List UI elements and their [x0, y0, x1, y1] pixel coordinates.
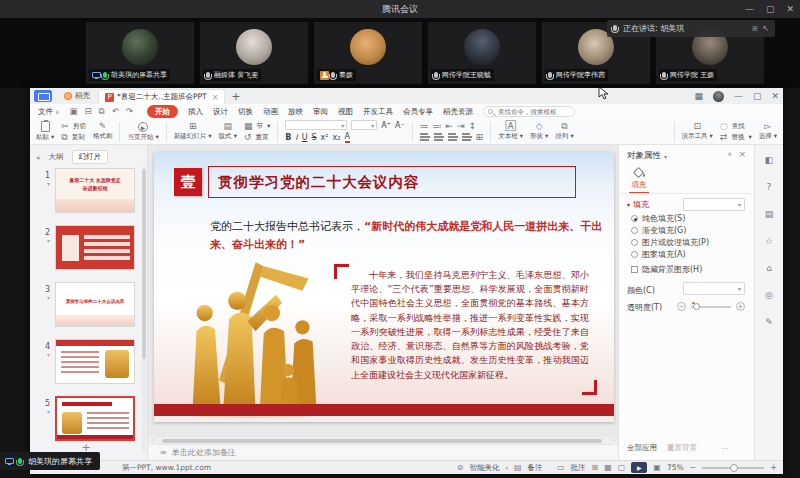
tab-member[interactable]: 会员专享 [403, 107, 433, 117]
decrease-font-icon[interactable]: A⁻ [395, 121, 405, 130]
font-color-button[interactable]: A [345, 132, 350, 143]
paste-button[interactable]: 粘贴 ▾ [36, 121, 54, 142]
arrange-button[interactable]: ⧉ 排列 ▾ [555, 122, 573, 141]
zoom-out-icon[interactable]: − [690, 463, 697, 472]
maximize-icon[interactable]: ▢ [766, 4, 775, 14]
save-icon[interactable]: ▣ [69, 106, 77, 117]
zoom-in-icon[interactable]: + [770, 463, 777, 472]
participant-tile[interactable]: 秦媛 [313, 21, 423, 85]
apply-all-button[interactable]: 全部应用 [627, 443, 657, 453]
tab-animation[interactable]: 动画 [263, 107, 278, 117]
bold-button[interactable]: B [285, 133, 291, 142]
present-tools-button[interactable]: ⊡ 演示工具 ▾ [682, 122, 713, 141]
subscript-button[interactable]: x₂ [333, 133, 341, 142]
reaction-icon[interactable]: ≋ [752, 24, 759, 33]
bullet-list-icon[interactable]: ≔ [420, 122, 429, 131]
zoom-slider[interactable] [702, 467, 764, 469]
fit-window-icon[interactable]: ▣ [653, 463, 661, 472]
home-pane-icon[interactable]: ⌂ [766, 263, 772, 273]
new-tab-button[interactable]: + [231, 90, 240, 103]
panel-scrollbar[interactable] [142, 167, 146, 453]
participant-tile[interactable]: 网传学院王晓毓 [427, 21, 537, 85]
redo-icon[interactable]: ↷ [126, 106, 133, 117]
option-pattern-fill[interactable]: 图案填充(A) [631, 249, 686, 260]
notes-bar[interactable]: ≡ 单击此处添加备注 [148, 444, 618, 460]
outline-pane-icon[interactable]: ▤ [765, 209, 774, 219]
text-direction-icon[interactable]: ⊞ [476, 133, 484, 142]
indent-icon[interactable]: ⇥ [457, 122, 465, 131]
slide-thumbnail-3[interactable]: 贯彻学习党的二十大会议内容 [55, 282, 135, 327]
transparency-plus[interactable]: + [736, 302, 745, 311]
underline-button[interactable]: U [302, 133, 308, 142]
play-from-page-button[interactable]: ▶ 当页开始 ▾ [127, 122, 158, 142]
tab-developer[interactable]: 开发工具 [363, 107, 393, 117]
account-avatar[interactable] [713, 91, 724, 102]
collapse-icon[interactable]: ↖ [762, 24, 769, 33]
align-center-icon[interactable] [434, 136, 444, 137]
outdent-icon[interactable]: ⇤ [446, 122, 454, 131]
view-reading-icon[interactable]: ▢ [618, 463, 626, 472]
align-right-icon[interactable] [448, 136, 458, 137]
font-family-select[interactable]: ▾ [285, 120, 347, 130]
font-size-select[interactable]: ▾ [351, 120, 377, 130]
tab-transition[interactable]: 切换 [238, 107, 253, 117]
properties-pane-icon[interactable]: ◧ [765, 155, 774, 165]
shapes-button[interactable]: ◇ 形状 ▾ [530, 122, 548, 141]
slide-canvas[interactable]: 壹 贯彻学习党的二十大会议内容 党的二十大报告中总书记表示，“新时代的伟大成就是… [154, 152, 614, 422]
beautify-button[interactable]: 智能美化 [470, 463, 500, 473]
participant-tile[interactable]: 融媒体 黄飞雯 [199, 21, 309, 85]
scrollbar-thumb[interactable] [162, 439, 602, 443]
close-panel-icon[interactable]: × [738, 149, 746, 159]
tab-document[interactable]: P *喜迎二十大..主题班会PPT × [98, 89, 225, 104]
more-options-icon[interactable]: ··· [721, 444, 728, 453]
slide-thumbnail-2[interactable] [55, 225, 135, 270]
find-button[interactable]: ◌查找 [720, 122, 752, 131]
replace-button[interactable]: ⇄替换 ▾ [720, 133, 752, 142]
textbox-button[interactable]: 🄰 文本框 ▾ [498, 122, 523, 141]
strikethrough-button[interactable]: S [312, 133, 317, 142]
align-left-icon[interactable] [420, 136, 430, 137]
export-icon[interactable]: ⧉ [99, 106, 105, 117]
layout-button[interactable]: ▤ 版式 ▾ [219, 122, 237, 141]
slide-thumbnail-1[interactable]: 喜迎二十大 永远跟党走奋进新征程 [55, 168, 135, 213]
select-button[interactable]: ▻ 选择 ▾ [759, 122, 777, 141]
tab-docer-res[interactable]: 稻壳资源 [443, 107, 473, 117]
line-spacing-icon[interactable]: ↕ [469, 122, 477, 131]
option-solid-fill[interactable]: 纯色填充(S) [631, 213, 685, 224]
tab-home[interactable]: 开始 [147, 105, 178, 118]
wps-close-icon[interactable]: ✕ [771, 91, 779, 101]
close-icon[interactable]: ✕ [786, 4, 794, 14]
zoom-handle[interactable] [730, 464, 738, 472]
number-list-icon[interactable]: ≕ [433, 122, 442, 131]
transparency-minus[interactable]: − [677, 302, 686, 311]
new-slide-button[interactable]: ⊞ 新建幻灯片 ▾ [174, 122, 212, 141]
participant-tile[interactable]: 胡美琪的屏幕共享 [85, 21, 195, 85]
fill-tab[interactable]: 填充 [629, 167, 649, 194]
slider-handle[interactable] [693, 303, 700, 310]
slide-thumbnail-5-selected[interactable] [55, 396, 135, 441]
tab-design[interactable]: 设计 [213, 107, 228, 117]
slide-thumbnail-4[interactable] [55, 339, 135, 384]
section-button[interactable]: ▦节 ▾ [244, 122, 270, 131]
color-select[interactable]: ▾ [683, 282, 745, 295]
tab-slides[interactable]: 幻灯片 [72, 150, 109, 164]
wps-maximize-icon[interactable]: ▢ [753, 91, 762, 101]
workspace-icon[interactable]: ▦ [694, 91, 703, 101]
slideshow-play-button[interactable]: ▶ [631, 462, 647, 473]
wps-minimize-icon[interactable]: — [734, 91, 743, 101]
search-input[interactable] [496, 107, 572, 117]
help-icon[interactable]: ? [767, 182, 772, 192]
tab-review[interactable]: 审阅 [313, 107, 328, 117]
align-justify-icon[interactable] [462, 136, 472, 137]
tab-insert[interactable]: 插入 [188, 107, 203, 117]
italic-button[interactable]: I [295, 133, 297, 142]
transparency-slider[interactable]: ▴ [691, 306, 731, 308]
cut-button[interactable]: ✂剪切 [61, 122, 86, 131]
superscript-button[interactable]: x² [321, 133, 329, 142]
tab-outline[interactable]: 大纲 [49, 152, 64, 162]
format-painter-button[interactable]: ✎ 格式刷 [93, 122, 113, 141]
option-gradient-fill[interactable]: 渐变填充(G) [631, 225, 686, 236]
reset-background-button[interactable]: 重置背景 [667, 443, 697, 453]
copy-button[interactable]: ⧉复制 [61, 133, 86, 142]
edit-pane-icon[interactable]: ✎ [765, 317, 773, 327]
